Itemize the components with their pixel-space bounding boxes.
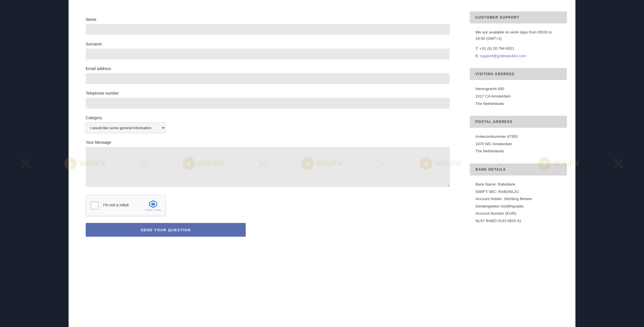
submit-button[interactable]: SEND YOUR QUESTION <box>86 223 246 237</box>
category-select[interactable]: I would like some general information I … <box>86 122 166 133</box>
account-holder-2: Derdengelden GoldRepublic <box>475 203 561 210</box>
surname-input[interactable] <box>86 49 450 59</box>
visiting-address-body: Herengracht 450 1017 CA Amsterdam The Ne… <box>470 80 567 115</box>
bank-details-header: BANK DETAILS <box>470 164 567 176</box>
visiting-address-card: VISITING ADDRESS Herengracht 450 1017 CA… <box>470 68 567 115</box>
email-label: Email address <box>86 66 450 71</box>
bank-name: Bank Name: Rabobank <box>475 181 561 188</box>
recaptcha-text-area: I'm not a robot <box>103 203 141 208</box>
phone-line: T: +31 (0) 20 794 6021 <box>475 45 561 52</box>
telephone-input[interactable] <box>86 98 450 109</box>
postal-line2: 1070 WC Amsterdam <box>475 141 561 147</box>
message-label: Your Message <box>86 140 450 145</box>
telephone-label: Telephone number <box>86 91 450 95</box>
visiting-address-header: VISITING ADDRESS <box>470 68 567 80</box>
customer-support-header: CUSTOMER SUPPORT <box>470 11 567 23</box>
telephone-field: Telephone number <box>86 91 450 109</box>
phone-value: +31 (0) 20 794 6021 <box>479 46 514 51</box>
recaptcha-branding: Privacy - Terms <box>145 200 161 212</box>
account-number: NL57 RABO 0143 0833 41 <box>475 218 561 224</box>
category-label: Category <box>86 115 450 120</box>
category-field: Category I would like some general infor… <box>86 115 450 133</box>
main-content: Name Surname Email address Telephone num… <box>69 0 575 327</box>
visiting-line2: 1017 CA Amsterdam <box>475 93 561 99</box>
name-field: Name <box>86 17 450 35</box>
surname-label: Surname <box>86 42 450 46</box>
postal-line1: Antwoordnummer 47350 <box>475 133 561 140</box>
availability-text: We are available on work days from 09:00… <box>475 29 561 41</box>
email-input[interactable] <box>86 73 450 84</box>
customer-support-body: We are available on work days from 09:00… <box>470 23 567 67</box>
recaptcha-widget[interactable]: I'm not a robot Privacy - Terms <box>86 195 166 216</box>
surname-field: Surname <box>86 42 450 59</box>
visiting-line1: Herengracht 450 <box>475 86 561 92</box>
bank-details-body: Bank Name: Rabobank SWIFT/ BIC: RABONL2U… <box>470 176 567 232</box>
message-field: Your Message <box>86 140 450 188</box>
swift-bic: SWIFT/ BIC: RABONL2U <box>475 189 561 195</box>
dark-sidebar-right <box>575 0 644 327</box>
contact-form-section: Name Surname Email address Telephone num… <box>69 11 467 316</box>
name-label: Name <box>86 17 450 22</box>
postal-line3: The Netherlands <box>475 148 561 154</box>
email-field: Email address <box>86 66 450 84</box>
email-label: E: <box>475 54 479 58</box>
recaptcha-label: I'm not a robot <box>103 203 141 207</box>
visiting-line3: The Netherlands <box>475 101 561 107</box>
page-wrapper: Name Surname Email address Telephone num… <box>0 0 644 327</box>
account-number-label: Account Number (EUR): <box>475 210 561 217</box>
name-input[interactable] <box>86 24 450 35</box>
dark-sidebar-left <box>0 0 69 327</box>
postal-address-card: POSTAL ADDRESS Antwoordnummer 47350 1070… <box>470 116 567 162</box>
recaptcha-checkbox[interactable] <box>91 202 99 210</box>
recaptcha-logo-icon <box>149 200 158 209</box>
phone-label: T: <box>475 46 479 51</box>
right-info-section: CUSTOMER SUPPORT We are available on wor… <box>467 11 575 316</box>
postal-address-body: Antwoordnummer 47350 1070 WC Amsterdam T… <box>470 128 567 162</box>
customer-support-card: CUSTOMER SUPPORT We are available on wor… <box>470 11 567 67</box>
email-line: E: support@goldrepublic.com <box>475 53 561 59</box>
recaptcha-privacy-link[interactable]: Privacy <box>145 209 153 211</box>
account-holder: Account Holder: Stichting Beheer <box>475 196 561 202</box>
postal-address-header: POSTAL ADDRESS <box>470 116 567 128</box>
email-link[interactable]: support@goldrepublic.com <box>480 54 526 58</box>
message-textarea[interactable] <box>86 147 450 187</box>
bank-details-card: BANK DETAILS Bank Name: Rabobank SWIFT/ … <box>470 164 567 232</box>
recaptcha-terms-link[interactable]: Terms <box>155 209 161 211</box>
